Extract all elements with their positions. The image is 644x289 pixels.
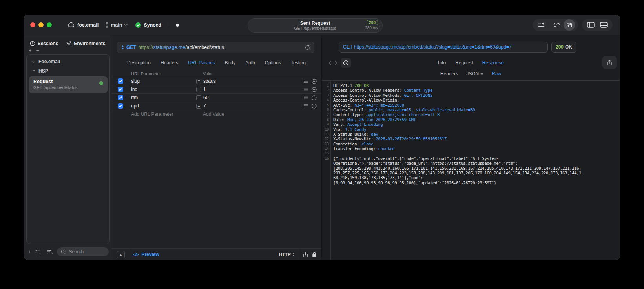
drag-handle-icon[interactable] — [303, 104, 308, 108]
remove-item-button[interactable]: − — [36, 48, 40, 53]
param-checkbox[interactable] — [118, 95, 123, 100]
sync-status[interactable]: Synced — [135, 22, 161, 28]
url-scheme: https:// — [139, 45, 153, 50]
method-stepper-icon[interactable] — [121, 45, 124, 50]
forward-icon[interactable] — [334, 60, 338, 65]
param-name[interactable]: slug — [131, 78, 190, 84]
sidebar-tree-item[interactable]: ›Foe.email — [27, 57, 109, 66]
remove-param-icon[interactable] — [312, 87, 317, 92]
param-value[interactable]: 60 — [203, 95, 208, 100]
toolbar-divider — [44, 249, 44, 254]
tab-description[interactable]: Description — [127, 60, 151, 65]
code-line: [208,205,145,298,443,140,160,165,171,161… — [322, 166, 620, 171]
drag-handle-icon[interactable] — [303, 87, 308, 91]
drag-handle-icon[interactable] — [303, 79, 308, 83]
lock-icon[interactable] — [312, 252, 317, 258]
line-text: Content-Type: application/json; charset=… — [333, 112, 440, 117]
param-name[interactable]: upd — [131, 103, 190, 109]
import-lines-arrow-up-icon[interactable] — [536, 19, 547, 31]
search-input[interactable] — [68, 249, 105, 255]
drag-handle-icon[interactable] — [303, 96, 308, 100]
status-dot — [176, 24, 179, 27]
param-checkbox[interactable] — [118, 103, 123, 109]
tab-options[interactable]: Options — [265, 60, 281, 65]
search-bar[interactable] — [57, 247, 109, 256]
zoom-window-button[interactable] — [47, 22, 52, 27]
add-item-button[interactable]: + — [29, 48, 32, 53]
tree-chevron-icon: › — [32, 59, 35, 65]
minimize-window-button[interactable] — [38, 22, 44, 27]
tab-sessions[interactable]: Sessions — [30, 41, 58, 46]
request-pane: GET https://statuspage.me/api/embed/stat… — [111, 35, 322, 260]
response-subtab-headers[interactable]: Headers — [440, 71, 458, 76]
history-controls — [328, 58, 351, 68]
sent-request-title: Sent Request — [300, 20, 330, 26]
sent-request-line-box[interactable]: GET https://statuspage.me/api/embed/stat… — [339, 42, 548, 53]
request-item-subtitle: GET /api/embed/status — [33, 85, 104, 90]
sidebar-tabs: Sessions Environments — [24, 40, 111, 47]
param-checkbox[interactable] — [118, 87, 123, 92]
sync-label: Synced — [144, 22, 161, 28]
request-status-pill[interactable]: Sent Request GET /api/embed/status 200 2… — [248, 18, 383, 33]
param-value[interactable]: 7 — [203, 103, 206, 109]
param-table: URL Parameter Value slug=statusinc=1rtm=… — [111, 71, 321, 118]
tree-chevron-icon: › — [31, 69, 37, 73]
branch-selector[interactable]: main — [105, 22, 128, 28]
tab-auth[interactable]: Auth — [245, 60, 255, 65]
line-number: 2 — [322, 88, 329, 93]
response-tab-info[interactable]: Info — [438, 60, 446, 65]
add-parameter-placeholder[interactable]: Add URL Parameter — [131, 111, 203, 117]
response-tab-response[interactable]: Response — [482, 60, 504, 65]
bottom-panel-toggle-icon[interactable] — [598, 19, 609, 31]
remove-param-icon[interactable] — [312, 79, 317, 84]
param-name[interactable]: inc — [131, 87, 190, 92]
repeat-request-icon[interactable] — [564, 19, 575, 31]
share-icon[interactable] — [303, 252, 308, 258]
tab-url-params[interactable]: URL Params — [188, 60, 215, 65]
response-subtab-json[interactable]: JSON — [466, 71, 483, 76]
sidebar-tree: ›Foe.email›HSP — [27, 57, 109, 76]
url-bar[interactable]: GET https://statuspage.me/api/embed/stat… — [117, 42, 314, 53]
remove-param-icon[interactable] — [312, 95, 317, 100]
tab-body[interactable]: Body — [225, 60, 235, 65]
param-table-header: URL Parameter Value — [111, 71, 321, 77]
tab-testing[interactable]: Testing — [291, 60, 306, 65]
sidebar-toggle-icon[interactable] — [585, 19, 597, 31]
sidebar-request-item[interactable]: Request GET /api/embed/status — [29, 76, 108, 93]
export-share-button[interactable] — [602, 56, 617, 69]
merge-icon[interactable] — [551, 19, 562, 31]
line-number: 5 — [322, 103, 329, 107]
close-window-button[interactable] — [30, 22, 35, 27]
param-checkbox[interactable] — [118, 78, 123, 84]
tab-headers[interactable]: Headers — [161, 60, 178, 65]
new-folder-icon[interactable] — [34, 249, 40, 254]
new-request-button[interactable]: + — [28, 249, 31, 255]
response-history-icon[interactable] — [341, 58, 351, 68]
response-tabs: InfoRequestResponse — [438, 60, 504, 65]
line-text: Date: Mon, 26 Jan 2026 20:29:59 GMT — [333, 117, 416, 122]
param-value[interactable]: status — [203, 78, 216, 84]
sort-filter-icon[interactable] — [47, 249, 54, 254]
preview-button[interactable]: </> Preview — [133, 252, 159, 257]
add-value-placeholder[interactable]: Add Value — [203, 111, 224, 117]
response-tab-request[interactable]: Request — [455, 60, 473, 65]
project-name[interactable]: foe.email — [77, 22, 99, 28]
remove-param-icon[interactable] — [312, 104, 317, 109]
param-value[interactable]: 1 — [203, 87, 206, 92]
titlebar-actions — [533, 19, 613, 31]
method-label[interactable]: GET — [126, 45, 136, 50]
code-line: 8Date: Mon, 26 Jan 2026 20:29:59 GMT — [322, 117, 620, 122]
refresh-icon[interactable] — [305, 45, 310, 50]
line-number: 16 — [322, 156, 329, 161]
code-line: 11X-Status-Build: dev — [322, 132, 620, 136]
back-icon[interactable] — [328, 60, 332, 65]
param-name[interactable]: rtm — [131, 95, 190, 100]
collapse-panel-button[interactable]: ▲ — [117, 251, 125, 258]
request-url[interactable]: https://statuspage.me/api/embed/status — [139, 45, 224, 50]
sidebar-tree-item[interactable]: ›HSP — [27, 66, 109, 76]
param-add-row[interactable]: Add URL Parameter Add Value — [111, 110, 321, 118]
tab-environments[interactable]: Environments — [66, 41, 105, 46]
response-subtab-raw[interactable]: Raw — [492, 71, 501, 76]
protocol-selector[interactable]: HTTP — [279, 252, 295, 257]
response-code[interactable]: 1HTTP/1.1 200 OK2Access-Control-Allow-He… — [322, 81, 620, 260]
